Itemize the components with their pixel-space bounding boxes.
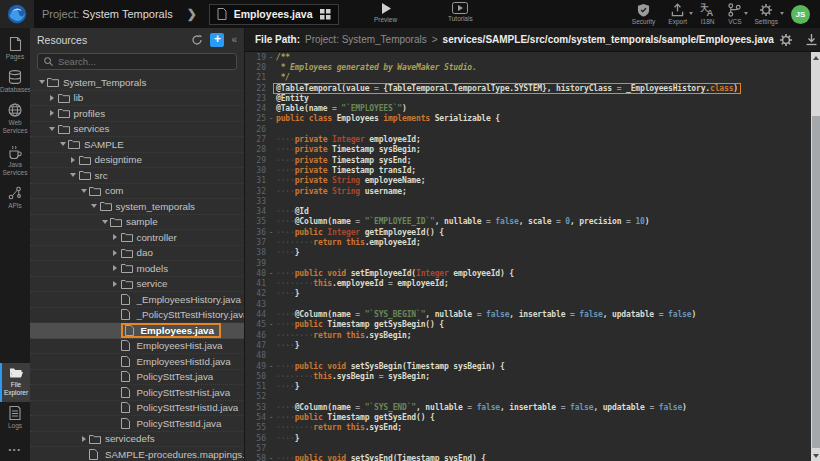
file-icon [121,356,130,367]
refresh-icon[interactable] [191,34,203,46]
sidebar-item-apis[interactable]: APIs [0,182,30,215]
export-button[interactable]: Export [668,3,687,25]
editor-scrollbar[interactable] [811,52,820,461]
caret-down-icon[interactable] [47,127,58,131]
tree-row[interactable]: System_Temporals [30,75,244,91]
fold-marker-icon[interactable]: - [266,362,276,371]
caret-down-icon[interactable] [89,204,100,208]
caret-right-icon[interactable] [47,110,58,116]
scrollbar-thumb[interactable] [812,116,820,448]
tree-row[interactable]: dao [30,246,244,262]
tree-row[interactable]: _EmployeesHistory.java [30,292,244,308]
tree-row[interactable]: Employees.java [30,323,244,339]
fold-marker-icon[interactable]: - [266,53,276,62]
search-box[interactable] [37,53,237,70]
tutorials-button[interactable]: Tutorials [448,2,473,22]
caret-right-icon[interactable] [110,234,121,240]
download-file-button[interactable] [805,33,818,46]
fold-marker-icon[interactable]: - [266,320,276,329]
code-line: 36-····public Integer getEmployeeId() { [245,227,811,237]
tree-row[interactable]: PolicySttTestId.java [30,416,244,432]
tree-row[interactable]: service [30,277,244,293]
fold-marker-icon[interactable]: - [266,114,276,123]
sidebar-item-web-services[interactable]: Web Services [0,99,30,140]
code-text: ····@Column(name = "`EMPLOYEE_ID`", null… [276,217,811,226]
caret-right-icon[interactable] [110,281,121,287]
caret-down-icon[interactable] [36,80,47,84]
open-file-tab[interactable]: Employees.java [209,4,339,25]
preview-button[interactable]: Preview [374,2,397,23]
tree-row[interactable]: SAMPLE [30,137,244,153]
scroll-down-arrow-icon[interactable] [811,450,820,461]
caret-right-icon[interactable] [110,265,121,271]
folder-icon [58,93,70,103]
caret-down-icon[interactable] [99,220,110,224]
tree-row[interactable]: EmployeesHistId.java [30,354,244,370]
caret-down-icon[interactable] [78,189,89,193]
sidebar-item-databases[interactable]: Databases [0,66,30,99]
file-settings-button[interactable] [779,33,793,47]
tree-item-label: EmployeesHist.java [137,340,223,351]
grid-icon[interactable] [320,9,331,20]
wavemaker-logo[interactable] [0,0,34,28]
tree-row[interactable]: system_temporals [30,199,244,215]
tree-row[interactable]: PolicySttTest.java [30,370,244,386]
tree-row[interactable]: designtime [30,153,244,169]
code-text: ····public Timestamp getSysBegin() { [276,320,811,329]
download-icon [805,33,818,46]
code-line: 58-····public void setSysEnd(Timestamp s… [245,454,811,461]
pages-icon [9,37,22,51]
code-area[interactable]: 19-/**20 * Employees generated by WaveMa… [245,52,811,461]
caret-right-icon[interactable] [110,250,121,256]
line-number: 54 [245,413,266,422]
play-icon [380,2,392,15]
tree-row[interactable]: _PolicySttTestHistory.java [30,308,244,324]
file-icon [121,356,133,367]
tree-row[interactable]: lib [30,91,244,107]
caret-right-icon[interactable] [47,95,58,101]
search-input[interactable] [58,56,230,67]
caret-right-icon[interactable] [78,436,89,442]
sidebar-item-file-explorer[interactable]: File Explorer [0,363,30,402]
code-line: 45-····public Timestamp getSysBegin() { [245,320,811,330]
add-resource-button[interactable]: + [210,33,224,47]
line-number: 46 [245,331,266,340]
tree-row[interactable]: services [30,122,244,138]
i18n-button[interactable]: 大 A I18N [700,3,715,25]
settings-button[interactable]: Settings [755,3,779,25]
code-text: ········return this.sysEnd; [276,423,811,432]
svg-text:A: A [707,8,714,17]
caret-down-icon[interactable] [57,142,68,146]
scroll-up-arrow-icon[interactable] [811,52,820,63]
caret-right-icon[interactable] [68,157,79,163]
code-line: 55········return this.sysEnd; [245,423,811,433]
tree-row[interactable]: servicedefs [30,432,244,448]
tree-row[interactable]: com [30,184,244,200]
fold-marker-icon[interactable]: - [266,413,276,422]
tree-row[interactable]: profiles [30,106,244,122]
fold-marker-icon[interactable]: - [266,269,276,278]
tree-row[interactable]: PolicySttTestHistId.java [30,401,244,417]
user-avatar[interactable]: JS [791,5,810,24]
tree-row[interactable]: models [30,261,244,277]
resource-tree: System_TemporalslibprofilesservicesSAMPL… [30,75,244,461]
vcs-button[interactable]: VCS [728,3,741,25]
chevron-down-icon [744,12,748,15]
tree-row[interactable]: PolicySttTestHist.java [30,385,244,401]
more-options-button[interactable]: ••• [0,435,30,461]
collapse-panel-button[interactable]: « [231,34,237,45]
sidebar-item-pages[interactable]: Pages [0,33,30,66]
code-text: */ [276,73,811,82]
sidebar-item-logs[interactable]: Logs [0,402,30,435]
fold-marker-icon[interactable]: - [266,228,276,237]
caret-down-icon[interactable] [68,173,79,177]
fold-marker-icon[interactable]: - [266,454,276,461]
tree-row[interactable]: EmployeesHist.java [30,339,244,355]
tree-row[interactable]: controller [30,230,244,246]
tree-row[interactable]: sample [30,215,244,231]
tree-item-label: lib [74,92,84,103]
tree-row[interactable]: src [30,168,244,184]
tree-row[interactable]: SAMPLE-procedures.mappings.json [30,447,244,461]
sidebar-item-java-services[interactable]: Java Services [0,141,30,182]
security-button[interactable]: Security [632,3,655,25]
